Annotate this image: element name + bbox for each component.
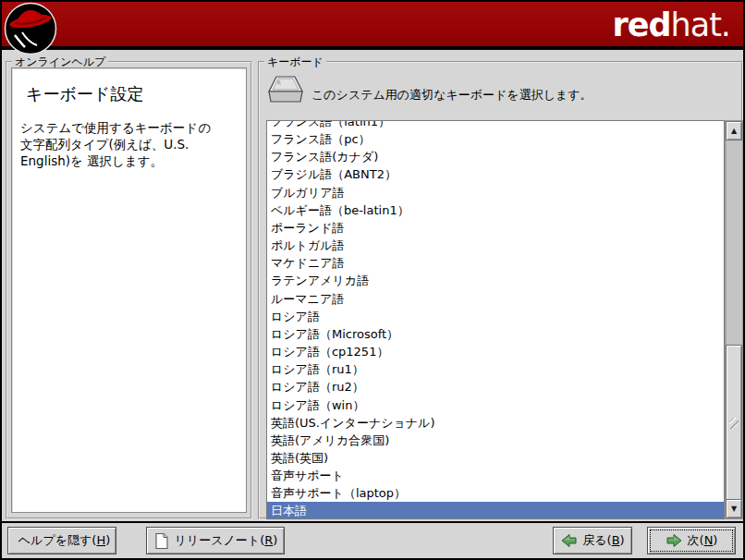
help-title: キーボード設定 (26, 83, 246, 105)
release-notes-button[interactable]: リリースノート(R) (146, 527, 285, 554)
list-item[interactable]: ポーランド語 (267, 219, 724, 237)
list-item[interactable]: フランス語（latin1） (267, 120, 724, 130)
keyboard-list-inner: フランス語（latin1）フランス語（pc）フランス語(カナダ)ブラジル語（AB… (267, 120, 724, 519)
list-item[interactable]: フランス語(カナダ) (267, 148, 724, 165)
keyboard-frame: キーボード R このシステム用の適切なキーボードを選択します。 フランス語（la… (258, 61, 743, 519)
list-item[interactable]: 英語(アメリカ合衆国) (267, 432, 724, 449)
help-content-box: キーボード設定 システムで使用するキーボードの 文字配列タイプ(例えば、U.S.… (11, 67, 247, 513)
help-body: システムで使用するキーボードの 文字配列タイプ(例えば、U.S. English… (20, 120, 238, 169)
back-arrow-icon (560, 532, 578, 549)
scrollbar-down-icon[interactable]: ▼ (726, 499, 742, 518)
scrollbar-thumb[interactable] (726, 345, 742, 502)
list-item[interactable]: ロシア語 (267, 308, 724, 325)
list-item[interactable]: 日本語 (267, 502, 724, 519)
list-item[interactable]: 音声サポート (267, 467, 724, 484)
redhat-shadowman-icon (4, 2, 57, 55)
list-item[interactable]: ロシア語（Microsoft） (267, 325, 724, 343)
scrollbar-grip (729, 418, 739, 429)
scrollbar-up-icon[interactable]: ▲ (726, 121, 742, 140)
redhat-wordmark: redhat. (612, 6, 730, 43)
list-item[interactable]: ロシア語（win） (267, 396, 724, 414)
next-label: 次(N) (688, 532, 718, 549)
back-label: 戻る(B) (582, 532, 624, 549)
next-arrow-icon (666, 532, 683, 549)
list-item[interactable]: ロシア語（ru1） (267, 360, 724, 378)
list-item[interactable]: ポルトガル語 (267, 237, 724, 254)
keyboard-list: フランス語（latin1）フランス語（pc）フランス語(カナダ)ブラジル語（AB… (266, 120, 725, 519)
list-item[interactable]: ロシア語（ru2） (267, 378, 724, 396)
footer-separator (2, 521, 743, 523)
list-item[interactable]: 英語(US.インターナショナル) (267, 414, 724, 432)
release-notes-label: リリースノート(R) (175, 532, 278, 549)
document-icon (153, 532, 170, 550)
list-item[interactable]: ロシア語（cp1251） (267, 343, 724, 360)
list-scrollbar[interactable]: ▲ ▼ (725, 120, 743, 519)
keyboard-frame-label: キーボード (264, 55, 326, 70)
back-button[interactable]: 戻る(B) (553, 527, 632, 554)
keyboard-instruction: このシステム用の適切なキーボードを選択します。 (311, 87, 592, 103)
list-item[interactable]: ベルギー語（be-latin1） (267, 201, 724, 219)
installer-window: redhat. オンラインヘルプ キーボード設定 システムで使用するキーボードの… (0, 0, 745, 560)
list-item[interactable]: ルーマニア語 (267, 290, 724, 308)
redhat-banner: redhat. (2, 2, 743, 50)
list-item[interactable]: マケドニア語 (267, 254, 724, 272)
hide-help-label: ヘルプを隠す(H) (18, 532, 110, 549)
list-item[interactable]: ラテンアメリカ語 (267, 272, 724, 289)
online-help-frame: オンラインヘルプ キーボード設定 システムで使用するキーボードの 文字配列タイプ… (6, 61, 252, 519)
list-item[interactable]: ブラジル語（ABNT2） (267, 165, 724, 183)
keyboard-key-icon: R (266, 74, 305, 109)
list-item[interactable]: 英語(英国) (267, 449, 724, 467)
list-item[interactable]: 音声サポート（laptop） (267, 484, 724, 502)
next-button[interactable]: 次(N) (647, 527, 736, 554)
hide-help-button[interactable]: ヘルプを隠す(H) (7, 527, 116, 554)
list-item[interactable]: ブルガリア語 (267, 184, 724, 201)
list-item[interactable]: フランス語（pc） (267, 130, 724, 148)
